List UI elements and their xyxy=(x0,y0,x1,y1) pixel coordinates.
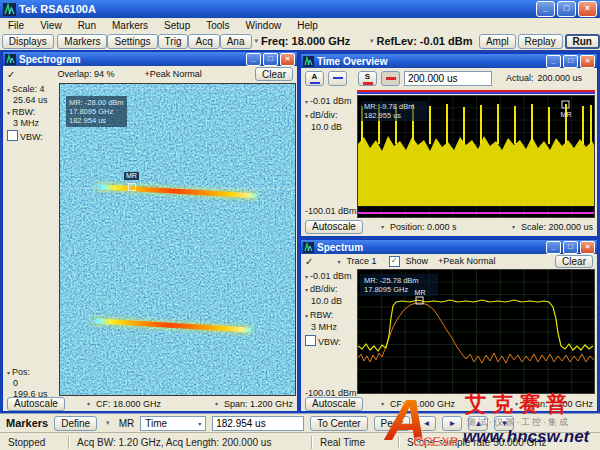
reflev-readout[interactable]: RefLev: -0.01 dBm xyxy=(376,35,472,47)
autoscale-button[interactable]: Autoscale xyxy=(305,220,363,234)
dropdown-icon[interactable]: ▾ xyxy=(87,400,90,407)
dropdown-icon[interactable]: ▾ xyxy=(381,400,384,407)
position-readout[interactable]: Position: 0.000 s xyxy=(390,222,457,232)
trace-dropdown-icon[interactable]: ▾ xyxy=(337,258,340,265)
marker-readout-line1: MR: -9.78 dBm xyxy=(364,102,414,111)
peak-left-button[interactable]: ◄ xyxy=(416,416,436,431)
freq-dropdown-icon[interactable]: ▾ xyxy=(255,37,259,45)
peak-down-button[interactable]: ▼ xyxy=(494,416,514,431)
dropdown-icon: ▾ xyxy=(305,287,308,293)
close-icon[interactable]: × xyxy=(580,241,595,254)
displays-button[interactable]: Displays xyxy=(2,34,54,49)
dbdiv-control[interactable]: ▾dB/div: xyxy=(305,284,338,294)
freq-readout[interactable]: Freq: 18.000 GHz xyxy=(261,35,350,47)
vbw-control[interactable]: VBW: xyxy=(7,130,43,142)
menu-setup[interactable]: Setup xyxy=(156,20,198,31)
spectrogram-bottom-row: Autoscale ▾ CF: 18.000 GHz ▾ Span: 1.200… xyxy=(3,396,297,411)
vbw-checkbox[interactable] xyxy=(7,130,18,141)
marker-type-select[interactable]: Time ▾ xyxy=(140,416,206,431)
ampl-button[interactable]: Ampl xyxy=(479,34,516,49)
menu-help[interactable]: Help xyxy=(289,20,326,31)
time-overview-titlebar[interactable]: Time Overview _ □ × xyxy=(301,54,597,68)
spectrogram-titlebar[interactable]: Spectrogram _ □ × xyxy=(3,52,297,66)
spectrum-offset-button[interactable] xyxy=(381,71,400,86)
menu-bar: File View Run Markers Setup Tools Window… xyxy=(0,18,600,33)
dropdown-icon[interactable]: ▾ xyxy=(215,400,218,407)
status-bar: Stopped Acq BW: 1.20 GHz, Acq Length: 20… xyxy=(0,432,600,450)
define-button[interactable]: Define xyxy=(54,416,97,431)
dropdown-icon[interactable]: ▾ xyxy=(512,223,515,230)
ana-button[interactable]: Ana xyxy=(220,34,252,49)
span-readout[interactable]: Span: 1.200 GHz xyxy=(224,399,293,409)
clear-button[interactable]: Clear xyxy=(255,67,293,81)
maximize-icon[interactable]: □ xyxy=(263,53,278,66)
time-overview-plot[interactable]: MR: -9.78 dBm 182.955 us MR xyxy=(357,95,595,218)
spectrogram-plot[interactable]: MR: -28.00 dBm 17.8095 GHz 182.954 us MR xyxy=(59,83,296,396)
analysis-offset-button[interactable] xyxy=(328,71,347,86)
check-icon[interactable]: ✓ xyxy=(305,256,313,267)
menu-window[interactable]: Window xyxy=(238,20,290,31)
trig-button[interactable]: Trig xyxy=(158,34,189,49)
spectrum-length-button[interactable]: S xyxy=(358,71,377,86)
marker-label[interactable]: MR xyxy=(124,172,139,180)
rbw-control[interactable]: ▾RBW: xyxy=(7,107,35,117)
span-readout[interactable]: Span: 1.200 GHz xyxy=(524,399,593,409)
minimize-icon[interactable]: _ xyxy=(546,241,561,254)
close-icon[interactable]: × xyxy=(580,55,595,68)
app-icon xyxy=(3,3,16,16)
menu-markers[interactable]: Markers xyxy=(104,20,156,31)
peak-right-button[interactable]: ► xyxy=(442,416,462,431)
maximize-icon[interactable]: □ xyxy=(563,55,578,68)
scale-readout[interactable]: Scale: 200.000 us xyxy=(521,222,593,232)
to-center-button[interactable]: To Center xyxy=(310,416,367,431)
trace-selector[interactable]: Trace 1 xyxy=(346,256,376,266)
marker-handle[interactable] xyxy=(128,183,136,191)
window-minimize-icon[interactable]: _ xyxy=(536,1,555,17)
dropdown-icon: ▾ xyxy=(7,370,10,376)
show-label: Show xyxy=(406,256,429,266)
menu-file[interactable]: File xyxy=(0,20,32,31)
menu-run[interactable]: Run xyxy=(70,20,104,31)
replay-button[interactable]: Replay xyxy=(518,34,563,49)
analysis-length-button[interactable]: A xyxy=(305,71,324,86)
clear-button[interactable]: Clear xyxy=(555,255,593,268)
marker-value-input[interactable] xyxy=(212,416,304,431)
selected-marker-label[interactable]: MR xyxy=(119,418,135,429)
markers-button[interactable]: Markers xyxy=(57,34,107,49)
vbw-control[interactable]: VBW: xyxy=(305,335,341,347)
autoscale-button[interactable]: Autoscale xyxy=(7,397,65,411)
settings-button[interactable]: Settings xyxy=(107,34,157,49)
maximize-icon[interactable]: □ xyxy=(563,241,578,254)
peak-up-button[interactable]: ▲ xyxy=(468,416,488,431)
acq-button[interactable]: Acq xyxy=(188,34,219,49)
peak-button[interactable]: Peak xyxy=(374,416,411,431)
analysis-length-input[interactable] xyxy=(404,71,492,86)
dropdown-icon[interactable]: ▾ xyxy=(515,400,518,407)
minimize-icon[interactable]: _ xyxy=(246,53,261,66)
menu-tools[interactable]: Tools xyxy=(198,20,237,31)
ref-top-control[interactable]: ▾-0.01 dBm xyxy=(305,96,352,106)
check-icon[interactable]: ✓ xyxy=(7,69,15,80)
marker-dropdown-icon[interactable]: ▾ xyxy=(106,419,110,427)
minimize-icon[interactable]: _ xyxy=(546,55,561,68)
spectrum-plot[interactable]: MR: -25.78 dBm 17.8095 GHz MR xyxy=(357,269,595,394)
vbw-checkbox[interactable] xyxy=(305,335,316,346)
close-icon[interactable]: × xyxy=(280,53,295,66)
show-checkbox[interactable]: ✓ xyxy=(389,256,400,267)
pos-control[interactable]: ▾Pos: xyxy=(7,367,30,377)
dbdiv-control[interactable]: ▾dB/div: xyxy=(305,110,338,120)
spectrum-titlebar[interactable]: Spectrum _ □ × xyxy=(301,240,597,254)
run-button[interactable]: Run xyxy=(565,34,600,49)
window-close-icon[interactable]: × xyxy=(578,1,597,17)
window-titlebar[interactable]: Tek RSA6100A _ □ × xyxy=(0,0,600,18)
cf-readout[interactable]: CF: 18.000 GHz xyxy=(96,399,161,409)
dropdown-icon[interactable]: ▾ xyxy=(381,223,384,230)
rbw-control[interactable]: ▾RBW: xyxy=(305,310,333,320)
window-restore-icon[interactable]: □ xyxy=(557,1,576,17)
cf-readout[interactable]: CF: 18.000 GHz xyxy=(390,399,455,409)
scale-control[interactable]: ▾Scale: 4 xyxy=(7,84,45,94)
autoscale-button[interactable]: Autoscale xyxy=(305,397,363,411)
menu-view[interactable]: View xyxy=(32,20,70,31)
ref-top-control[interactable]: ▾-0.01 dBm xyxy=(305,271,352,281)
reflev-dropdown-icon[interactable]: ▾ xyxy=(370,37,374,45)
